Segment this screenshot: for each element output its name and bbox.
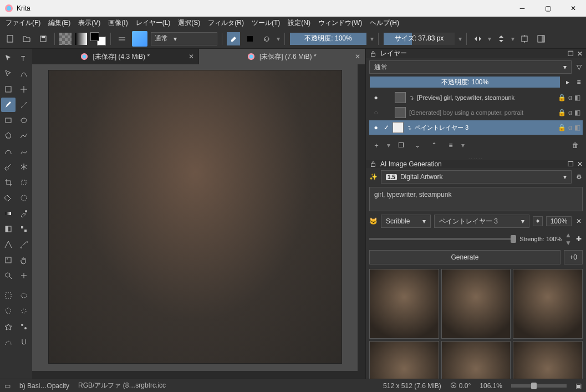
ellipse-tool[interactable] — [17, 113, 31, 128]
menu-image[interactable]: 画像(I) — [105, 17, 131, 29]
gen-thumb[interactable] — [441, 341, 511, 379]
save-button[interactable] — [37, 32, 50, 45]
gen-thumb[interactable] — [369, 269, 439, 339]
layer-opacity-slider[interactable]: 不透明度: 100% — [369, 76, 560, 88]
colorize-mask-tool[interactable] — [1, 222, 16, 236]
calligraphy-tool[interactable] — [17, 67, 31, 81]
alpha-icon[interactable]: α — [568, 109, 572, 116]
pattern-edit-tool[interactable] — [17, 222, 31, 236]
filter-layers-icon[interactable]: ▽ — [575, 63, 583, 71]
assistant-tool[interactable] — [1, 237, 16, 252]
close-panel-icon[interactable]: ✕ — [577, 160, 583, 168]
size-slider[interactable]: サイズ: 37.83 px — [383, 32, 455, 45]
vertical-scrollbar[interactable] — [358, 64, 365, 371]
menu-help[interactable]: ヘルプ(H) — [366, 17, 402, 29]
menu-filter[interactable]: フィルタ(R) — [205, 17, 247, 29]
model-dropdown[interactable]: 1.5 Digital Artwork▾ — [381, 170, 572, 184]
close-button[interactable]: ✕ — [560, 0, 586, 17]
line-tool[interactable] — [17, 98, 31, 112]
strength-slider[interactable] — [369, 238, 516, 240]
menu-select[interactable]: 選択(S) — [175, 17, 203, 29]
mirror-h-button[interactable] — [471, 32, 485, 45]
menu-tool[interactable]: ツール(T) — [248, 17, 283, 29]
add-layer-button[interactable]: ＋ — [370, 139, 383, 151]
hand-tool[interactable] — [17, 253, 31, 267]
remove-control-icon[interactable]: ✕ — [575, 217, 583, 225]
panel-resize-handle[interactable]: ······ — [366, 156, 586, 160]
freehand-select-tool[interactable] — [17, 304, 31, 318]
menu-window[interactable]: ウィンドウ(W) — [315, 17, 365, 29]
delete-layer-button[interactable]: 🗑 — [569, 139, 582, 151]
pan-tool[interactable] — [17, 268, 31, 283]
pointer-tool[interactable] — [1, 51, 16, 65]
inherit-alpha-icon[interactable]: ◧ — [574, 94, 580, 101]
canvas[interactable] — [48, 70, 342, 364]
polygon-select-tool[interactable] — [1, 304, 16, 318]
gen-thumb[interactable] — [441, 269, 511, 339]
gen-thumb[interactable] — [369, 341, 439, 379]
multibrush-tool[interactable] — [17, 160, 31, 174]
visibility-icon[interactable]: ● — [371, 94, 380, 101]
dynamic-brush-tool[interactable] — [1, 160, 16, 174]
gen-thumb[interactable] — [513, 341, 583, 379]
color-swap[interactable] — [90, 32, 106, 45]
move-up-button[interactable]: ⌃ — [428, 139, 440, 151]
magic-wand-icon[interactable]: ✨ — [369, 173, 378, 181]
edit-shapes-tool[interactable] — [1, 67, 16, 81]
horizontal-scrollbar[interactable] — [32, 371, 365, 379]
enclose-fill-tool[interactable] — [17, 191, 31, 205]
float-panel-icon[interactable]: ❐ — [568, 50, 574, 58]
menu-view[interactable]: 表示(V) — [75, 17, 104, 29]
zoom-fit-icon[interactable]: ▣ — [575, 382, 582, 390]
brush-tool[interactable] — [1, 98, 16, 112]
new-file-button[interactable] — [3, 32, 17, 45]
workspace-button[interactable] — [534, 32, 548, 45]
magnetic-select-tool[interactable] — [17, 335, 31, 349]
opacity-slider[interactable]: 不透明度: 100% — [289, 32, 367, 45]
gradient-swatch[interactable] — [75, 33, 87, 45]
ellipse-select-tool[interactable] — [17, 288, 31, 303]
generate-button[interactable]: Generate — [369, 250, 560, 264]
menu-settings[interactable]: 設定(N) — [284, 17, 314, 29]
transform-tool[interactable] — [1, 82, 16, 96]
lock-icon[interactable]: 🔒 — [558, 94, 566, 101]
menu-file[interactable]: ファイル(F) — [2, 17, 44, 29]
add-control-icon[interactable]: ✚ — [575, 235, 583, 243]
document-tab-2[interactable]: [未保存] (7.6 MiB) * ✕ — [199, 49, 366, 64]
blend-mode-dropdown[interactable]: 通常▾ — [151, 32, 217, 45]
maximize-button[interactable]: ▢ — [535, 0, 560, 17]
settings-gear-icon[interactable]: ⚙ — [575, 173, 583, 181]
wraparound-button[interactable] — [518, 32, 531, 45]
menu-edit[interactable]: 編集(E) — [45, 17, 74, 29]
strength-pct-field[interactable]: 100% — [546, 216, 572, 226]
minimize-button[interactable]: ─ — [509, 0, 535, 17]
selection-mode-icon[interactable]: ▭ — [4, 382, 11, 390]
similar-select-tool[interactable] — [17, 319, 31, 334]
float-panel-icon[interactable]: ❐ — [568, 160, 574, 168]
gen-thumb[interactable] — [513, 269, 583, 339]
bezier-tool[interactable] — [1, 144, 16, 159]
smart-patch-tool[interactable] — [17, 175, 31, 190]
rect-select-tool[interactable] — [1, 288, 16, 303]
brush-preset-button[interactable] — [132, 31, 147, 47]
alpha-icon[interactable]: α — [568, 94, 572, 101]
prompt-input[interactable]: girl, typewriter, steampunk — [369, 187, 583, 211]
rect-tool[interactable] — [1, 113, 16, 128]
inherit-alpha-icon[interactable]: ◧ — [574, 124, 580, 131]
inherit-alpha-icon[interactable]: ◧ — [574, 109, 580, 116]
batch-plus-button[interactable]: +0 — [564, 250, 583, 264]
bezier-select-tool[interactable] — [1, 335, 16, 349]
tab-close-icon[interactable]: ✕ — [188, 53, 194, 60]
zoom-tool[interactable] — [1, 268, 16, 283]
layer-properties-button[interactable]: ≡ — [445, 139, 457, 151]
measure-tool[interactable] — [17, 237, 31, 252]
open-file-button[interactable] — [20, 32, 33, 45]
move-down-button[interactable]: ⌄ — [411, 139, 424, 151]
crop-tool[interactable] — [1, 175, 16, 190]
zoom-slider[interactable] — [511, 384, 567, 388]
brush-settings-icon[interactable] — [115, 32, 129, 45]
eraser-toggle[interactable] — [227, 32, 240, 45]
workflow-dropdown[interactable]: Scribble▾ — [381, 215, 431, 228]
strength-up-icon[interactable]: ▲ — [565, 231, 572, 239]
layer-row[interactable]: ○ [Generated] boy using a computer, port… — [369, 105, 583, 120]
